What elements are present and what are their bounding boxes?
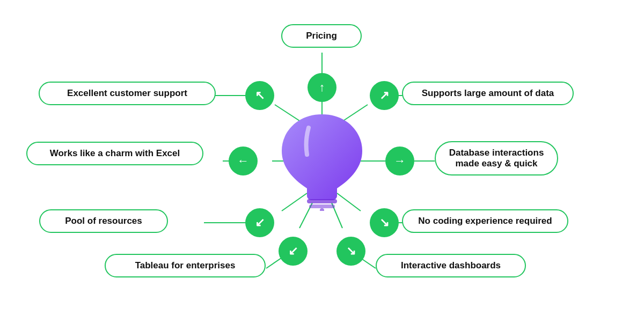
pill-customer-support: Excellent customer support (39, 82, 216, 105)
pill-excel: Works like a charm with Excel (26, 142, 203, 165)
svg-rect-18 (307, 199, 337, 203)
pill-interactive: Interactive dashboards (376, 254, 526, 277)
arrow-up-left: ↖ (245, 81, 274, 110)
arrow-up: ↑ (308, 73, 336, 102)
arrow-down-left2: ↙ (279, 237, 308, 266)
arrow-down-right: ↘ (370, 208, 399, 237)
diagram-container: ↑ ↗ → ↘ ↘ ↙ ↙ ← ↖ Pricing Supports large… (0, 0, 644, 322)
arrow-down-left: ↙ (245, 208, 274, 237)
svg-rect-19 (309, 204, 335, 208)
arrow-down-right2: ↘ (336, 237, 365, 266)
arrow-up-right: ↗ (370, 81, 399, 110)
pill-large-data: Supports large amount of data (402, 82, 574, 105)
arrow-right: → (385, 147, 414, 175)
pill-pool: Pool of resources (39, 209, 168, 233)
svg-point-20 (320, 208, 324, 211)
lightbulb-icon (279, 109, 365, 213)
pill-database: Database interactions made easy & quick (435, 141, 558, 175)
pill-pricing: Pricing (281, 24, 362, 48)
arrow-left: ← (229, 147, 258, 175)
pill-tableau: Tableau for enterprises (105, 254, 266, 277)
pill-no-coding: No coding experience required (402, 209, 568, 233)
